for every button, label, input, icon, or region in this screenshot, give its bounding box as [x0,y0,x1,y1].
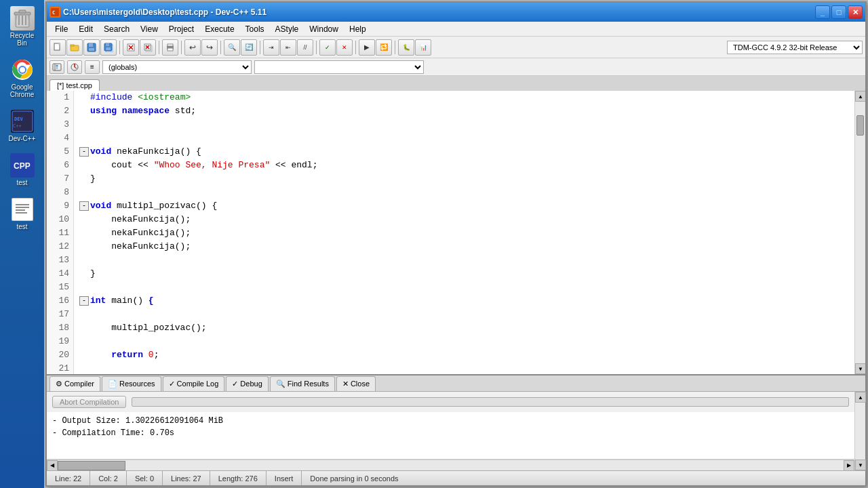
sidebar-item-test2[interactable]: test [3,195,42,233]
menu-window[interactable]: Window [304,23,344,35]
goto-btn[interactable] [67,60,82,74]
code-line-6[interactable]: cout << "Whoo See, Nije Presa" << endl; [79,159,849,172]
run-button[interactable]: ✕ [336,39,353,56]
code-line-1[interactable]: #include <iostream> [79,91,849,104]
tab-close[interactable]: ✕ Close [336,376,376,391]
menu-help[interactable]: Help [344,23,372,35]
toolbar-sep-3 [181,41,182,54]
editor-tab-bar: [*] test.cpp [47,76,865,91]
save-file-button[interactable] [83,39,100,56]
rebuild-button[interactable]: 🔁 [376,39,392,56]
menu-view[interactable]: View [135,23,163,35]
code-line-15[interactable] [79,281,849,294]
menu-file[interactable]: File [50,23,73,35]
h-scroll-thumb[interactable] [58,461,125,470]
code-line-21[interactable] [79,362,849,374]
replace-button[interactable]: 🔄 [241,39,257,56]
print-button[interactable] [162,39,178,56]
vertical-scrollbar[interactable]: ▲ ▼ [854,91,865,374]
status-line: Line: 22 [47,471,90,485]
menu-execute[interactable]: Execute [199,23,239,35]
debug-button[interactable]: 🐛 [398,39,414,56]
indent-button[interactable]: ⇥ [263,39,279,56]
menu-edit[interactable]: Edit [73,23,98,35]
devcpp-icon: DEV C++ [10,109,35,134]
code-line-4[interactable] [79,131,849,145]
tab-find-results[interactable]: 🔍 Find Results [270,376,335,391]
code-line-20[interactable]: return 0; [79,348,849,362]
bottom-right-scrollbar[interactable]: ▲ ▼ [854,392,865,470]
compile-run-button[interactable]: ▶ [359,39,375,56]
find-button[interactable]: 🔍 [224,39,240,56]
code-editor[interactable]: #include <iostream>using namespace std; … [74,91,854,374]
compiler-selector[interactable]: TDM-GCC 4.9.2 32-bit Release [727,41,863,54]
bottom-scroll-up[interactable]: ▲ [855,392,866,403]
undo-button[interactable]: ↩ [184,39,201,56]
code-line-3[interactable] [79,118,849,131]
tab-test-cpp[interactable]: [*] test.cpp [50,79,100,91]
close-file-button[interactable] [123,39,139,56]
toggle-btn[interactable]: ≡ [85,60,100,74]
redo-button[interactable]: ↪ [201,39,218,56]
scroll-thumb[interactable] [856,115,864,136]
tab-compiler[interactable]: ⚙ Compiler [50,376,100,391]
menu-project[interactable]: Project [163,23,199,35]
code-line-17[interactable] [79,308,849,321]
code-line-19[interactable] [79,335,849,348]
scroll-right-button[interactable]: ▶ [844,460,854,471]
sidebar-item-devcpp[interactable]: DEV C++ Dev-C++ [3,106,42,145]
menu-search[interactable]: Search [98,23,135,35]
horizontal-scrollbar[interactable]: ◀ ▶ [47,460,854,470]
fold-marker-9[interactable]: - [79,201,89,211]
code-line-18[interactable]: multipl_pozivac(); [79,321,849,335]
code-line-13[interactable] [79,253,849,267]
close-tab-icon: ✕ [342,380,349,388]
unindent-button[interactable]: ⇤ [280,39,296,56]
fold-marker-16[interactable]: - [79,296,89,306]
sidebar-item-test1[interactable]: CPP test [3,150,42,189]
code-line-14[interactable]: } [79,267,849,281]
sidebar-item-recycle-bin[interactable]: Recycle Bin [3,3,42,49]
close-all-button[interactable] [140,39,156,56]
open-file-button[interactable] [66,39,83,56]
sidebar-item-chrome[interactable]: Google Chrome [3,55,42,101]
class-browser-btn[interactable] [50,60,64,74]
save-all-button[interactable] [100,39,117,56]
title-bar: C C:\Users\mistergold\Desktop\test.cpp -… [47,3,865,22]
code-line-11[interactable]: nekaFunkcija(); [79,226,849,240]
code-line-16[interactable]: -int main() { [79,294,849,308]
close-button[interactable]: ✕ [848,5,863,19]
code-line-5[interactable]: -void nekaFunkcija() { [79,145,849,159]
minimize-button[interactable]: _ [815,5,830,19]
tab-resources[interactable]: 📄 Resources [102,376,161,391]
compile-log-icon: ✓ [169,380,175,388]
status-bar: Line: 22 Col: 2 Sel: 0 Lines: 27 Length:… [47,470,865,485]
code-line-12[interactable]: nekaFunkcija(); [79,240,849,253]
code-line-9[interactable]: -void multipl_pozivac() { [79,199,849,213]
code-line-7[interactable]: } [79,172,849,186]
scroll-up-button[interactable]: ▲ [855,91,865,102]
svg-rect-41 [167,44,173,46]
code-line-10[interactable]: nekaFunkcija(); [79,213,849,226]
bottom-scroll-track[interactable] [855,403,865,460]
toggle-comment-button[interactable]: // [297,39,313,56]
fold-marker-5[interactable]: - [79,147,89,157]
code-line-8[interactable] [79,186,849,199]
menu-astyle[interactable]: AStyle [270,23,304,35]
scroll-down-button[interactable]: ▼ [855,363,865,374]
new-file-button[interactable] [50,39,66,56]
maximize-button[interactable]: □ [831,5,846,19]
scroll-left-button[interactable]: ◀ [47,460,58,471]
function-selector[interactable] [254,60,424,74]
h-scroll-track[interactable] [58,460,844,471]
scroll-track[interactable] [855,102,865,363]
compile-button[interactable]: ✓ [319,39,336,56]
code-line-2[interactable]: using namespace std; [79,104,849,118]
abort-compilation-button[interactable]: Abort Compilation [52,396,126,408]
bottom-scroll-down[interactable]: ▼ [855,460,866,470]
tab-compile-log[interactable]: ✓ Compile Log [163,376,225,391]
menu-tools[interactable]: Tools [240,23,270,35]
tab-debug[interactable]: ✓ Debug [226,376,268,391]
scope-selector[interactable]: (globals) [102,60,252,74]
profile-button[interactable]: 📊 [415,39,431,56]
